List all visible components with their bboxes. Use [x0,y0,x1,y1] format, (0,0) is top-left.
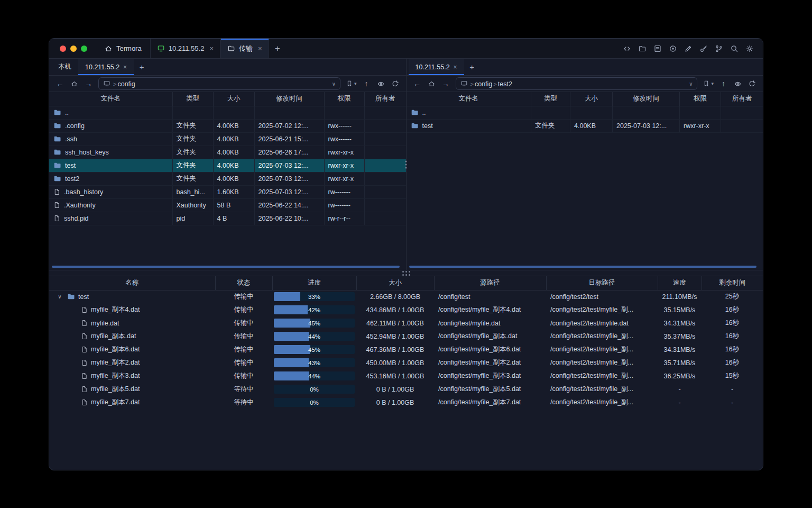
col-source-path[interactable]: 源路径 [434,276,546,290]
show-hidden-eye-icon[interactable] [731,77,744,90]
file-row[interactable]: .. [407,106,763,119]
breadcrumb-segment[interactable]: config [117,80,135,88]
file-name-cell: test [49,159,172,172]
chevron-down-icon[interactable]: ∨ [689,81,693,87]
code-icon[interactable] [620,42,634,56]
col-type[interactable]: 类型 [531,92,570,106]
home-icon[interactable] [425,77,438,90]
transfer-row[interactable]: ∨test传输中33%2.66GB / 8.00GB/config/test/c… [49,290,763,303]
app-home-tab[interactable]: Termora [96,39,150,58]
horizontal-scrollbar[interactable] [409,266,757,268]
file-row[interactable]: ssh_host_keys文件夹4.00KB2025-06-26 17:...r… [49,146,406,159]
col-owner[interactable]: 所有者 [721,92,763,106]
forward-icon[interactable]: → [82,77,95,90]
file-row[interactable]: test文件夹4.00KB2025-07-03 12:...rwxr-xr-x [49,159,406,172]
file-row[interactable]: test2文件夹4.00KB2025-07-03 12:...rwxr-xr-x [49,172,406,185]
close-tab-icon[interactable]: × [123,64,127,71]
transfer-row[interactable]: myfile_副本5.dat等待中0%0 B / 1.00GB/config/t… [49,383,763,396]
col-filename[interactable]: 文件名 [49,92,172,106]
new-panel-tab-button[interactable]: + [134,59,150,75]
right-path-field[interactable]: >config>test2 ∨ [456,77,698,90]
breadcrumb-segment[interactable]: config [475,80,492,88]
log-icon[interactable] [651,42,665,56]
close-window-button[interactable] [60,46,66,52]
col-modified[interactable]: 修改时间 [254,92,324,106]
refresh-icon[interactable] [389,77,402,90]
file-row[interactable]: .XauthorityXauthority58 B2025-06-22 14:.… [49,198,406,212]
col-target-path[interactable]: 目标路径 [546,276,658,290]
edit-icon[interactable] [681,42,695,56]
settings-icon[interactable] [743,42,756,56]
refresh-icon[interactable] [745,77,759,90]
breadcrumb-segment[interactable]: test2 [498,80,512,88]
file-row[interactable]: test文件夹4.00KB2025-07-03 12:...rwxr-xr-x [407,119,763,132]
file-row[interactable]: .config文件夹4.00KB2025-07-02 12:...rwx----… [49,119,406,132]
left-path-field[interactable]: >config ∨ [98,77,340,90]
expander-icon[interactable]: ∨ [56,294,64,300]
tab-remote-host[interactable]: 10.211.55.2 × [409,59,464,75]
home-icon [104,44,113,53]
folder-icon[interactable] [635,42,649,56]
bookmark-icon[interactable]: ▾ [700,77,716,90]
upload-icon[interactable]: ↑ [360,77,373,90]
transfer-splitter[interactable] [49,270,763,276]
col-size[interactable]: 大小 [570,92,613,106]
key-icon[interactable] [697,42,710,56]
col-type[interactable]: 类型 [172,92,213,106]
folder-icon [53,175,61,183]
transfer-row[interactable]: myfile.dat传输中45%462.11MB / 1.00GB/config… [49,316,763,330]
col-permissions[interactable]: 权限 [324,92,364,106]
file-row[interactable]: .. [49,106,406,119]
col-permissions[interactable]: 权限 [680,92,721,106]
tab-host-10-211-55-2[interactable]: 10.211.55.2 × [150,39,220,58]
new-tab-button[interactable]: + [269,39,286,58]
home-icon[interactable] [68,77,81,90]
col-status[interactable]: 状态 [215,276,272,290]
breadcrumb-separator: > [112,81,117,87]
forward-icon[interactable]: → [439,77,453,90]
file-name-cell: .. [407,106,531,119]
back-icon[interactable]: ← [53,77,67,90]
col-eta[interactable]: 剩余时间 [702,276,763,290]
chevron-down-icon[interactable]: ∨ [332,81,336,87]
close-tab-icon[interactable]: × [258,44,262,52]
file-permissions-cell: rwxr-xr-x [324,159,364,172]
bookmark-icon[interactable]: ▾ [344,77,359,90]
show-hidden-eye-icon[interactable] [374,77,387,90]
file-row[interactable]: .ssh文件夹4.00KB2025-06-21 15:...rwx------ [49,132,406,146]
col-filename[interactable]: 文件名 [407,92,531,106]
transfer-progress-cell: 0% [272,396,356,409]
branch-icon[interactable] [712,42,726,56]
transfer-row[interactable]: myfile_副本7.dat等待中0%0 B / 1.00GB/config/t… [49,396,763,409]
transfer-row[interactable]: myfile_副本3.dat传输中44%453.16MB / 1.00GB/co… [49,369,763,383]
minimize-window-button[interactable] [70,46,77,52]
col-name[interactable]: 名称 [49,276,215,290]
tab-local[interactable]: 本机 [51,59,78,75]
tab-remote-host[interactable]: 10.211.55.2 × [78,59,134,75]
record-icon[interactable] [666,42,680,56]
transfer-row[interactable]: myfile_副本4.dat传输中42%434.86MB / 1.00GB/co… [49,303,763,316]
transfer-row[interactable]: myfile_副本.dat传输中44%452.94MB / 1.00GB/con… [49,330,763,343]
file-row[interactable]: .bash_historybash_hi...1.60KB2025-07-03 … [49,185,406,198]
col-speed[interactable]: 速度 [658,276,702,290]
search-icon[interactable] [727,42,741,56]
file-size-cell [213,106,254,119]
file-row[interactable]: sshd.pidpid4 B2025-06-22 10:...rw-r--r-- [49,212,406,225]
zoom-window-button[interactable] [81,46,87,52]
close-tab-icon[interactable]: × [454,64,457,71]
new-panel-tab-button[interactable]: + [464,59,480,75]
transfer-row[interactable]: myfile_副本6.dat传输中45%467.36MB / 1.00GB/co… [49,343,763,356]
horizontal-scrollbar[interactable] [52,266,400,268]
col-modified[interactable]: 修改时间 [613,92,680,106]
col-progress[interactable]: 进度 [272,276,356,290]
col-owner[interactable]: 所有者 [364,92,406,106]
file-modified-cell: 2025-06-22 10:... [254,212,324,225]
panel-splitter-handle[interactable] [405,160,407,168]
tab-transfer[interactable]: 传输 × [220,39,269,58]
transfer-row[interactable]: myfile_副本2.dat传输中43%450.00MB / 1.00GB/co… [49,356,763,369]
col-size[interactable]: 大小 [213,92,254,106]
col-size[interactable]: 大小 [356,276,434,290]
upload-icon[interactable]: ↑ [717,77,730,90]
close-tab-icon[interactable]: × [209,44,214,52]
back-icon[interactable]: ← [411,77,424,90]
